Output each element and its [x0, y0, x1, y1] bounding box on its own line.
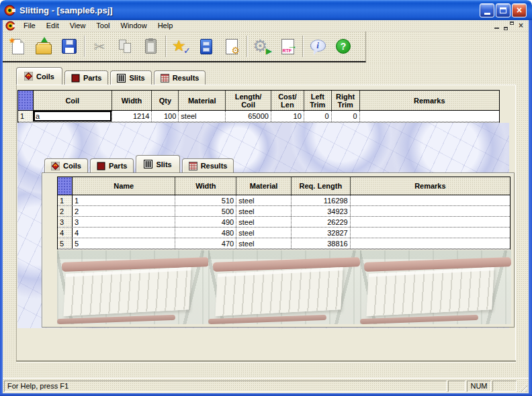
cell-remarks[interactable] — [351, 228, 510, 238]
open-arrow-icon — [41, 37, 48, 42]
cell-width[interactable]: 510 — [175, 195, 236, 205]
about-button[interactable]: i — [305, 34, 330, 59]
export-rtf-button[interactable]: RTF→ — [275, 34, 300, 59]
options-button[interactable]: ★✓ — [168, 34, 193, 59]
tab-label: Slits — [156, 160, 171, 168]
cell-name[interactable]: 2 — [73, 206, 176, 216]
cell-remarks[interactable] — [351, 217, 510, 227]
check-icon: ✓ — [183, 46, 191, 56]
tab-label: Parts — [83, 74, 102, 82]
menu-edit[interactable]: Edit — [41, 21, 64, 30]
coils-corner-cell[interactable] — [18, 91, 34, 110]
mdi-close-button[interactable]: × — [516, 21, 526, 30]
col-qty: Qty — [152, 91, 179, 110]
tab-slits[interactable]: Slits — [110, 70, 151, 85]
col-remarks: Remarks — [360, 91, 499, 110]
document-view: Coil Width Qty Material Length/ Coil Cos… — [16, 85, 516, 360]
close-button[interactable]: × — [512, 3, 527, 17]
inner-tab-results[interactable]: Results — [182, 158, 234, 172]
row-header[interactable]: 5 — [58, 238, 73, 248]
paste-button[interactable] — [138, 34, 163, 59]
run-calculation-button[interactable]: ⚙▶ — [249, 34, 275, 59]
col-req-length: Req. Length — [292, 177, 351, 195]
title-bar: Slitting - [sample6.psj] × — [0, 0, 532, 20]
star-check-icon: ★✓ — [172, 38, 189, 55]
cell-left-trim[interactable]: 0 — [304, 111, 332, 121]
window-border-bottom — [0, 393, 532, 396]
cell-name[interactable]: 5 — [73, 238, 176, 248]
cell-qty[interactable]: 100 — [152, 111, 179, 121]
cell-right-trim[interactable]: 0 — [332, 111, 360, 121]
database-button[interactable] — [193, 34, 219, 59]
machine-photo-tile — [208, 250, 359, 324]
mdi-minimize-button[interactable] — [492, 21, 502, 30]
menu-help[interactable]: Help — [152, 21, 179, 30]
maximize-icon — [500, 7, 506, 13]
inner-tab-coils[interactable]: Coils — [44, 158, 88, 172]
slits-header-row: Name Width Material Req. Length Remarks — [58, 177, 510, 195]
cell-material[interactable]: steel — [236, 206, 292, 216]
cell-width[interactable]: 480 — [175, 228, 236, 238]
row-header[interactable]: 1 — [18, 111, 34, 121]
save-button[interactable] — [56, 34, 82, 59]
tab-results[interactable]: Results — [154, 70, 206, 85]
cell-material[interactable]: steel — [236, 195, 292, 205]
tab-parts[interactable]: Parts — [64, 70, 109, 85]
cell-name[interactable]: 3 — [73, 217, 176, 227]
row-header[interactable]: 3 — [58, 217, 73, 227]
cell-remarks[interactable] — [351, 206, 510, 216]
minimize-button[interactable] — [480, 3, 494, 17]
inner-tab-parts[interactable]: Parts — [90, 158, 134, 172]
cell-coil[interactable]: a — [34, 111, 112, 121]
cell-name[interactable]: 4 — [73, 228, 176, 238]
toolbar: ★ ✂ ★✓ — [3, 32, 366, 62]
col-material: Material — [179, 91, 226, 110]
col-left-trim: Left Trim — [304, 91, 332, 110]
copy-button[interactable] — [112, 34, 138, 59]
cell-name[interactable]: 1 — [73, 195, 176, 205]
cut-button[interactable]: ✂ — [87, 34, 112, 59]
help-button[interactable]: ? — [330, 34, 356, 59]
row-header[interactable]: 1 — [58, 195, 73, 205]
cell-remarks[interactable] — [351, 195, 510, 205]
report-button[interactable]: ⚙ — [219, 34, 245, 59]
toolbar-separator — [165, 36, 166, 57]
cell-length-coil[interactable]: 65000 — [226, 111, 271, 121]
cell-material[interactable]: steel — [236, 238, 292, 248]
cell-material[interactable]: steel — [236, 217, 292, 227]
col-coil: Coil — [34, 91, 112, 110]
cell-material[interactable]: steel — [236, 228, 292, 238]
cell-req-length[interactable]: 34923 — [292, 206, 351, 216]
slits-row: 2 2 500 steel 34923 — [58, 206, 510, 217]
outer-tab-bar: Coils Parts Slits Results — [16, 67, 206, 85]
menu-view[interactable]: View — [64, 21, 91, 30]
cell-req-length[interactable]: 26229 — [292, 217, 351, 227]
cell-remarks[interactable] — [351, 238, 510, 248]
maximize-button[interactable] — [496, 3, 511, 17]
menu-file[interactable]: File — [18, 21, 41, 30]
file-cabinet-icon — [200, 39, 212, 54]
menu-window[interactable]: Window — [116, 21, 152, 30]
slits-corner-cell[interactable] — [58, 177, 73, 195]
status-bar: For Help, press F1 NUM — [3, 378, 529, 393]
inner-tab-slits[interactable]: Slits — [136, 155, 179, 172]
cell-remarks[interactable] — [360, 111, 499, 121]
cell-req-length[interactable]: 116298 — [292, 195, 351, 205]
cell-req-length[interactable]: 32827 — [292, 228, 351, 238]
tab-coils[interactable]: Coils — [16, 67, 62, 85]
cell-width[interactable]: 500 — [175, 206, 236, 216]
cell-width[interactable]: 1214 — [112, 111, 152, 121]
cell-material[interactable]: steel — [179, 111, 226, 121]
row-header[interactable]: 4 — [58, 228, 73, 238]
cell-width[interactable]: 490 — [175, 217, 236, 227]
cell-cost-len[interactable]: 10 — [271, 111, 304, 121]
mdi-restore-button[interactable] — [504, 21, 514, 30]
row-header[interactable]: 2 — [58, 206, 73, 216]
new-document-button[interactable]: ★ — [5, 34, 31, 59]
new-document-icon: ★ — [12, 39, 24, 54]
menu-tool[interactable]: Tool — [91, 21, 115, 30]
cell-width[interactable]: 470 — [175, 238, 236, 248]
open-file-button[interactable] — [31, 34, 56, 59]
resize-grip[interactable] — [518, 383, 527, 392]
cell-req-length[interactable]: 38816 — [292, 238, 351, 248]
